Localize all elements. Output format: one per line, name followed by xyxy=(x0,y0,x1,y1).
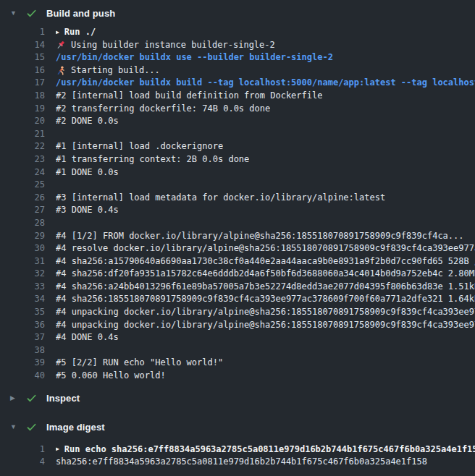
log-line-body: #4 sha256:185518070891758909c9f839cf4ca3… xyxy=(56,293,475,306)
line-number[interactable]: 4 xyxy=(0,456,45,469)
line-number[interactable]: 38 xyxy=(0,344,45,357)
line-number[interactable]: 27 xyxy=(0,204,45,217)
log-line-body: ▶Run echo sha256:e7ff8834a5963a2785c5a08… xyxy=(56,443,475,456)
line-number[interactable]: 32 xyxy=(0,268,45,281)
log-line: 25 xyxy=(0,179,475,192)
line-number[interactable]: 25 xyxy=(0,179,45,192)
log-line-body: #4 [1/2] FROM docker.io/library/alpine@s… xyxy=(56,230,464,243)
log-text: #5 0.060 Hello world! xyxy=(56,370,166,383)
log-text: #4 resolve docker.io/library/alpine@sha2… xyxy=(56,242,475,255)
chevron-down-icon[interactable]: ▼ xyxy=(10,424,20,430)
log-text: #3 DONE 0.4s xyxy=(56,204,119,217)
line-number[interactable]: 14 xyxy=(0,39,45,52)
line-number[interactable]: 28 xyxy=(0,217,45,230)
log-line-body: #4 sha256:df20fa9351a15782c64e6dddb2d4a6… xyxy=(56,268,475,281)
log-line: 21 xyxy=(0,128,475,141)
log-line: 35 #4 unpacking docker.io/library/alpine… xyxy=(0,306,475,319)
log-line-body: #4 unpacking docker.io/library/alpine@sh… xyxy=(56,306,475,319)
log-text: Using builder instance builder-single-2 xyxy=(71,39,275,52)
log-line: 23 #1 transferring context: 2B 0.0s done xyxy=(0,153,475,166)
log-line-body: /usr/bin/docker buildx build --tag local… xyxy=(56,77,475,90)
line-number[interactable]: 23 xyxy=(0,153,45,166)
section-title: Inspect xyxy=(46,393,80,404)
log-section-build-and-push: ▼ Build and push 1 ▶Run ./ 14 Using buil… xyxy=(0,0,475,383)
section-header-image-digest[interactable]: ▼ Image digest xyxy=(0,415,475,441)
line-number[interactable]: 40 xyxy=(0,370,45,383)
log-text: #3 [internal] load metadata for docker.i… xyxy=(56,192,385,205)
log-line: 33 #4 sha256:a24bb4013296f61e89ba57005a7… xyxy=(0,281,475,294)
log-text: #2 [internal] load build definition from… xyxy=(56,90,322,103)
success-check-icon xyxy=(26,422,37,433)
log-line: 30 #4 resolve docker.io/library/alpine@s… xyxy=(0,242,475,255)
log-line-body: ▶Run ./ xyxy=(56,26,96,39)
log-line-body: #2 transferring dockerfile: 74B 0.0s don… xyxy=(56,103,270,116)
section-header-build-and-push[interactable]: ▼ Build and push xyxy=(0,0,475,26)
log-section-image-digest: ▼ Image digest 1 ▶Run echo sha256:e7ff88… xyxy=(0,415,475,469)
chevron-down-icon[interactable]: ▼ xyxy=(10,10,20,17)
line-number[interactable]: 37 xyxy=(0,331,45,344)
log-line: 37 #4 DONE 0.4s xyxy=(0,331,475,344)
run-toggle-icon[interactable]: ▶ xyxy=(56,30,59,35)
log-text: #4 DONE 0.4s xyxy=(56,331,119,344)
log-lines-image-digest: 1 ▶Run echo sha256:e7ff8834a5963a2785c5a… xyxy=(0,443,475,469)
log-text: Run echo sha256:e7ff8834a5963a2785c5a081… xyxy=(64,443,475,456)
log-line: 40 #5 0.060 Hello world! xyxy=(0,370,475,383)
log-line: 28 xyxy=(0,217,475,230)
line-number[interactable]: 16 xyxy=(0,64,45,77)
log-line-body: #4 DONE 0.4s xyxy=(56,331,119,344)
log-text: #1 DONE 0.0s xyxy=(56,166,119,179)
log-line: 18 #2 [internal] load build definition f… xyxy=(0,90,475,103)
log-text: #4 unpacking docker.io/library/alpine@sh… xyxy=(56,319,475,332)
section-title: Image digest xyxy=(46,422,105,433)
log-line: 22 #1 [internal] load .dockerignore xyxy=(0,140,475,153)
log-text: Run ./ xyxy=(64,26,96,39)
line-number[interactable]: 22 xyxy=(0,140,45,153)
log-line-body: #2 [internal] load build definition from… xyxy=(56,90,322,103)
line-number[interactable]: 24 xyxy=(0,166,45,179)
actions-log-viewer: ▼ Build and push 1 ▶Run ./ 14 Using buil… xyxy=(0,0,475,476)
log-line: 15 /usr/bin/docker buildx use --builder … xyxy=(0,51,475,64)
line-number[interactable]: 1 xyxy=(0,443,45,456)
success-check-icon xyxy=(26,8,37,19)
line-number[interactable]: 36 xyxy=(0,319,45,332)
log-line: 1 ▶Run echo sha256:e7ff8834a5963a2785c5a… xyxy=(0,443,475,456)
line-number[interactable]: 19 xyxy=(0,103,45,116)
log-line-body: Starting build... xyxy=(56,64,160,77)
line-number[interactable]: 30 xyxy=(0,242,45,255)
log-text: #2 transferring dockerfile: 74B 0.0s don… xyxy=(56,103,270,116)
line-number[interactable]: 35 xyxy=(0,306,45,319)
log-line-body: #4 sha256:a15790640a6690aa1730c38cf0a440… xyxy=(56,255,475,268)
line-number[interactable]: 1 xyxy=(0,26,45,39)
success-check-icon xyxy=(26,393,37,404)
line-number[interactable]: 33 xyxy=(0,281,45,294)
log-line-body: #2 DONE 0.0s xyxy=(56,115,119,128)
line-number[interactable]: 20 xyxy=(0,115,45,128)
log-line: 1 ▶Run ./ xyxy=(0,26,475,39)
line-number[interactable]: 18 xyxy=(0,90,45,103)
line-number[interactable]: 21 xyxy=(0,128,45,141)
section-header-inspect[interactable]: ▶ Inspect xyxy=(0,386,475,412)
line-number[interactable]: 15 xyxy=(0,51,45,64)
line-number[interactable]: 29 xyxy=(0,230,45,243)
log-line: 16 Starting build... xyxy=(0,64,475,77)
log-text: #2 DONE 0.0s xyxy=(56,115,119,128)
log-line-body: sha256:e7ff8834a5963a2785c5a0811e979d16b… xyxy=(56,456,427,469)
run-toggle-icon[interactable]: ▶ xyxy=(56,446,59,452)
log-line: 29 #4 [1/2] FROM docker.io/library/alpin… xyxy=(0,230,475,243)
line-number[interactable]: 39 xyxy=(0,357,45,370)
log-line-body: #5 0.060 Hello world! xyxy=(56,370,166,383)
log-text: /usr/bin/docker buildx build --tag local… xyxy=(56,77,475,90)
log-line: 32 #4 sha256:df20fa9351a15782c64e6dddb2d… xyxy=(0,268,475,281)
log-line-body: #3 DONE 0.4s xyxy=(56,204,119,217)
log-line-body: #1 [internal] load .dockerignore xyxy=(56,140,223,153)
log-text: #4 [1/2] FROM docker.io/library/alpine@s… xyxy=(56,230,464,243)
line-number[interactable]: 34 xyxy=(0,293,45,306)
chevron-right-icon[interactable]: ▶ xyxy=(10,395,20,401)
line-number[interactable]: 26 xyxy=(0,192,45,205)
log-line-body: #3 [internal] load metadata for docker.i… xyxy=(56,192,385,205)
log-text: #4 sha256:185518070891758909c9f839cf4ca3… xyxy=(56,293,475,306)
line-number[interactable]: 31 xyxy=(0,255,45,268)
log-line: 19 #2 transferring dockerfile: 74B 0.0s … xyxy=(0,103,475,116)
log-text: #4 unpacking docker.io/library/alpine@sh… xyxy=(56,306,475,319)
line-number[interactable]: 17 xyxy=(0,77,45,90)
